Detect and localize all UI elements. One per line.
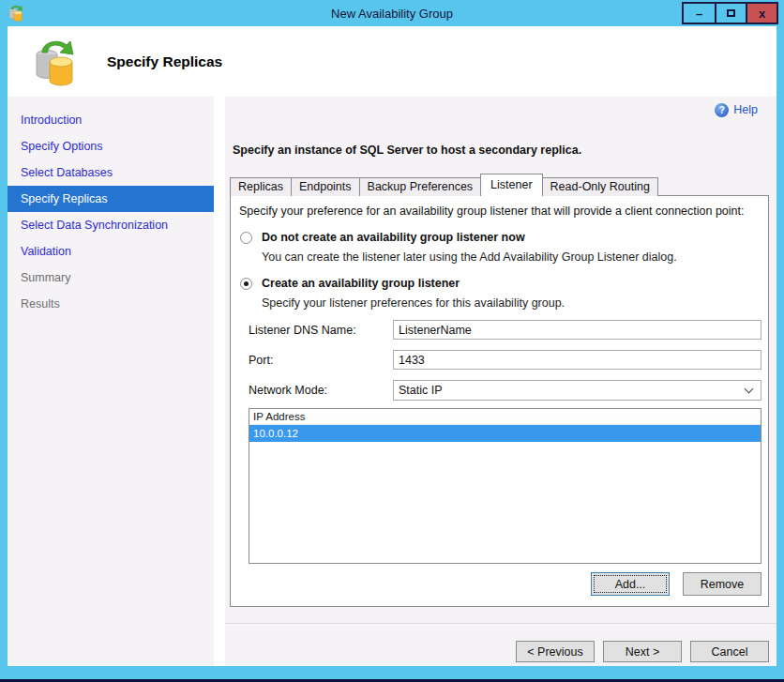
option-no-listener[interactable]: Do not create an availability group list… xyxy=(240,231,761,244)
sidebar-item-select-databases[interactable]: Select Databases xyxy=(8,159,214,186)
ip-list-buttons: Add... Remove xyxy=(237,572,761,596)
remove-button[interactable]: Remove xyxy=(683,572,761,596)
sidebar-item-specify-options[interactable]: Specify Options xyxy=(8,133,214,159)
sidebar-item-summary: Summary xyxy=(8,265,214,291)
maximize-icon xyxy=(727,9,735,17)
cancel-button[interactable]: Cancel xyxy=(690,641,769,662)
listener-intro-text: Specify your preference for an availabil… xyxy=(239,205,761,218)
footer-separator xyxy=(225,623,776,624)
network-mode-label: Network Mode: xyxy=(249,384,393,397)
window-title: New Availability Group xyxy=(8,7,776,21)
instruction-text: Specify an instance of SQL Server to hos… xyxy=(233,144,769,157)
tab-replicas[interactable]: Replicas xyxy=(230,177,292,196)
no-listener-label: Do not create an availability group list… xyxy=(262,231,525,244)
tab-endpoints[interactable]: Endpoints xyxy=(291,177,360,196)
new-availability-group-window: New Availability Group – x Specify Repli xyxy=(0,0,784,682)
minimize-icon: – xyxy=(696,8,702,20)
sidebar-item-validation[interactable]: Validation xyxy=(8,238,214,265)
network-mode-select[interactable]: Static IP xyxy=(393,380,761,401)
close-button[interactable]: x xyxy=(746,4,776,23)
main-pane: Help Specify an instance of SQL Server t… xyxy=(225,97,776,666)
network-mode-value: Static IP xyxy=(399,384,443,397)
wizard-body: Introduction Specify Options Select Data… xyxy=(8,97,776,666)
sidebar-item-specify-replicas[interactable]: Specify Replicas xyxy=(8,186,214,212)
wizard-steps-sidebar: Introduction Specify Options Select Data… xyxy=(8,97,214,666)
sidebar-item-select-data-synchronization[interactable]: Select Data Synchronization xyxy=(8,212,214,238)
chevron-down-icon xyxy=(745,385,754,394)
next-button[interactable]: Next > xyxy=(603,641,682,662)
page-title: Specify Replicas xyxy=(107,53,222,70)
create-listener-description: Specify your listener preferences for th… xyxy=(262,296,761,310)
ip-address-column-header: IP Address xyxy=(249,409,761,425)
wizard-footer-buttons: < Previous Next > Cancel xyxy=(230,641,769,662)
minimize-button[interactable]: – xyxy=(684,4,715,23)
ip-address-list: IP Address 10.0.0.12 xyxy=(249,408,761,564)
port-label: Port: xyxy=(249,354,393,367)
create-listener-label: Create an availability group listener xyxy=(262,277,460,290)
help-icon[interactable] xyxy=(715,103,729,117)
dns-name-input[interactable] xyxy=(393,320,761,340)
sidebar-item-introduction[interactable]: Introduction xyxy=(8,107,214,133)
no-listener-description: You can create the listener later using … xyxy=(262,250,761,264)
listener-tab-panel: Specify your preference for an availabil… xyxy=(230,195,769,607)
dns-name-label: Listener DNS Name: xyxy=(249,324,393,337)
no-listener-radio[interactable] xyxy=(240,232,252,244)
sidebar-item-results: Results xyxy=(8,291,214,317)
option-create-listener[interactable]: Create an availability group listener xyxy=(240,277,761,290)
network-mode-row: Network Mode: Static IP xyxy=(237,380,761,401)
replica-databases-icon xyxy=(32,36,79,88)
help-link[interactable]: Help xyxy=(733,103,758,116)
ip-address-row[interactable]: 10.0.0.12 xyxy=(249,425,761,442)
titlebar[interactable]: New Availability Group – x xyxy=(8,0,776,26)
tab-backup-preferences[interactable]: Backup Preferences xyxy=(359,177,482,196)
add-button[interactable]: Add... xyxy=(591,572,670,596)
tab-strip: Replicas Endpoints Backup Preferences Li… xyxy=(230,174,769,196)
create-listener-radio[interactable] xyxy=(240,278,252,290)
previous-button[interactable]: < Previous xyxy=(516,641,595,662)
wizard-header: Specify Replicas xyxy=(8,26,776,97)
sidebar-divider xyxy=(214,97,225,666)
window-controls: – x xyxy=(682,2,778,24)
port-row: Port: xyxy=(237,350,761,370)
maximize-button[interactable] xyxy=(715,4,746,23)
help-row: Help xyxy=(230,100,769,119)
tab-listener[interactable]: Listener xyxy=(480,174,542,196)
port-input[interactable] xyxy=(393,350,761,370)
close-icon: x xyxy=(759,8,765,20)
tab-read-only-routing[interactable]: Read-Only Routing xyxy=(542,177,658,196)
dns-name-row: Listener DNS Name: xyxy=(237,320,761,340)
